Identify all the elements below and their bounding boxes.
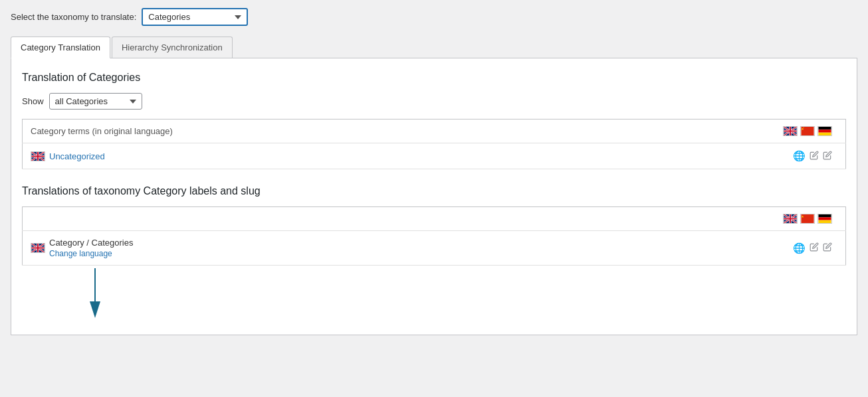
show-label: Show <box>22 96 44 106</box>
svg-rect-1 <box>801 127 814 135</box>
tabs-row: Category Translation Hierarchy Synchroni… <box>11 37 857 58</box>
uk-flag-labels-row <box>31 243 45 253</box>
labels-flags-header <box>538 207 845 231</box>
main-content: Translation of Categories Show all Categ… <box>11 58 857 335</box>
labels-table: Category / Categories Change language 🌐 <box>22 206 846 266</box>
action-cell: 🌐 <box>592 143 846 169</box>
change-language-link[interactable]: Change language <box>49 249 133 258</box>
action-icons: 🌐 <box>599 150 832 162</box>
taxonomy-labels-section: Translations of taxonomy Category labels… <box>22 185 846 321</box>
labels-term-text: Category / Categories Change language <box>49 238 133 258</box>
svg-rect-10 <box>801 214 814 223</box>
labels-action-cell: 🌐 <box>538 231 845 266</box>
flags-column-header <box>592 119 846 143</box>
svg-rect-13 <box>818 217 831 220</box>
labels-globe-icon[interactable]: 🌐 <box>793 242 806 254</box>
arrow-annotation <box>22 268 846 321</box>
svg-rect-5 <box>818 127 831 129</box>
labels-edit-icon-1[interactable] <box>810 242 819 254</box>
tab-hierarchy-sync[interactable]: Hierarchy Synchronization <box>112 37 233 58</box>
page-container: Select the taxonomy to translate: Catego… <box>0 0 868 343</box>
edit-icon-2[interactable] <box>823 151 832 162</box>
uk-flag-header <box>783 126 798 136</box>
svg-rect-7 <box>818 133 831 135</box>
table-row: Uncategorized 🌐 <box>23 143 846 169</box>
header-flags-group <box>599 126 832 136</box>
uk-flag-labels-header <box>783 214 798 224</box>
taxonomy-selector-label: Select the taxonomy to translate: <box>11 12 136 22</box>
svg-rect-14 <box>818 220 831 223</box>
labels-term-header <box>23 207 539 231</box>
edit-icon-1[interactable] <box>810 151 819 162</box>
taxonomy-labels-title: Translations of taxonomy Category labels… <box>22 185 846 197</box>
term-cell: Uncategorized <box>23 143 592 169</box>
tab-category-translation[interactable]: Category Translation <box>11 37 110 58</box>
labels-action-icons: 🌐 <box>546 242 832 254</box>
taxonomy-selector-row: Select the taxonomy to translate: Catego… <box>11 8 857 26</box>
cn-flag-header <box>800 126 815 136</box>
labels-header-flags <box>546 214 832 224</box>
cell-with-flag: Uncategorized <box>31 151 584 161</box>
uk-flag-row <box>31 151 45 161</box>
globe-icon[interactable]: 🌐 <box>793 150 806 162</box>
table-header-row: Category terms (in original language) <box>23 119 846 143</box>
svg-rect-6 <box>818 129 831 132</box>
show-filter-row: Show all Categories Untranslated Transla… <box>22 93 846 110</box>
labels-header-row <box>23 207 846 231</box>
labels-term-cell: Category / Categories Change language <box>23 231 539 266</box>
cn-flag-labels-header <box>800 214 815 224</box>
term-column-header: Category terms (in original language) <box>23 119 592 143</box>
de-flag-header <box>817 126 832 136</box>
svg-rect-12 <box>818 214 831 217</box>
labels-edit-icon-2[interactable] <box>823 242 832 254</box>
category-labels-term: Category / Categories <box>49 238 133 248</box>
labels-cell-with-flag: Category / Categories Change language <box>31 238 530 258</box>
translation-section-title: Translation of Categories <box>22 72 846 84</box>
categories-table: Category terms (in original language) <box>22 119 846 169</box>
labels-table-row: Category / Categories Change language 🌐 <box>23 231 846 266</box>
uncategorized-link[interactable]: Uncategorized <box>49 151 105 161</box>
de-flag-labels-header <box>817 214 832 224</box>
arrow-svg <box>85 268 105 321</box>
taxonomy-select[interactable]: Categories Tags Custom Taxonomy <box>142 8 248 26</box>
translation-categories-section: Translation of Categories Show all Categ… <box>22 72 846 169</box>
svg-marker-17 <box>90 301 100 318</box>
show-select[interactable]: all Categories Untranslated Translated <box>49 93 142 110</box>
